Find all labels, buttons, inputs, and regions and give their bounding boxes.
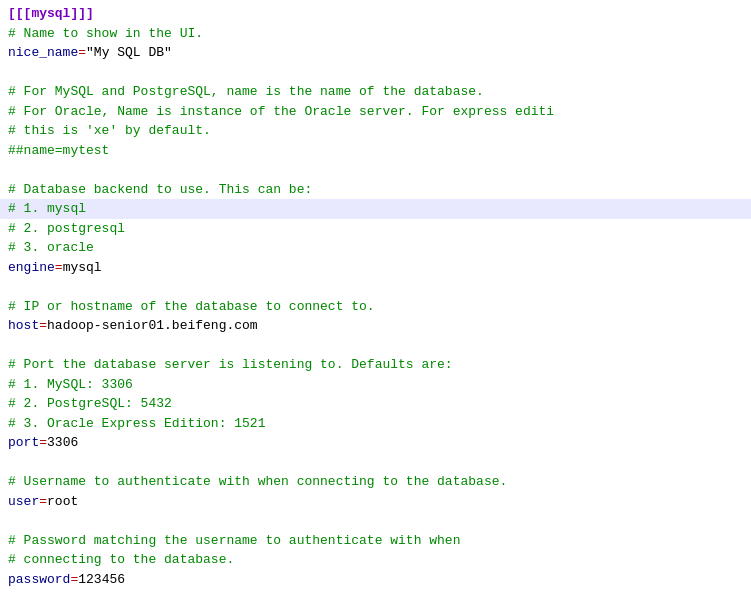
- config-key: user: [8, 492, 39, 512]
- comment-text: # 1. MySQL: 3306: [8, 375, 133, 395]
- section-header: [[[mysql]]]: [8, 4, 94, 24]
- comment-text: ##name=mytest: [8, 141, 109, 161]
- comment-text: # For Oracle, Name is instance of the Or…: [8, 102, 554, 122]
- comment-text: # this is 'xe' by default.: [8, 121, 211, 141]
- comment-text: # Username to authenticate with when con…: [8, 472, 507, 492]
- comment-text: # 1. mysql: [8, 199, 86, 219]
- code-line: # 1. mysql: [0, 199, 751, 219]
- config-value: 3306: [47, 433, 78, 453]
- code-line: # 1. MySQL: 3306: [0, 375, 751, 395]
- config-value: root: [47, 492, 78, 512]
- equals-sign: =: [55, 258, 63, 278]
- code-line: # 2. PostgreSQL: 5432: [0, 394, 751, 414]
- equals-sign: =: [39, 433, 47, 453]
- comment-text: # 2. PostgreSQL: 5432: [8, 394, 172, 414]
- code-line: # For MySQL and PostgreSQL, name is the …: [0, 82, 751, 102]
- code-line: # For Oracle, Name is instance of the Or…: [0, 102, 751, 122]
- comment-text: # 2. postgresql: [8, 219, 125, 239]
- comment-text: # 3. Oracle Express Edition: 1521: [8, 414, 265, 434]
- code-line: # Password matching the username to auth…: [0, 531, 751, 551]
- comment-text: # Name to show in the UI.: [8, 24, 203, 44]
- comment-text: # 3. oracle: [8, 238, 94, 258]
- equals-sign: =: [39, 492, 47, 512]
- code-line: [0, 336, 751, 356]
- config-key: nice_name: [8, 43, 78, 63]
- config-key: password: [8, 570, 70, 590]
- comment-text: # connecting to the database.: [8, 550, 234, 570]
- code-line: # Port the database server is listening …: [0, 355, 751, 375]
- code-line: [0, 277, 751, 297]
- code-line: # Username to authenticate with when con…: [0, 472, 751, 492]
- code-line: [0, 160, 751, 180]
- code-line: user=root: [0, 492, 751, 512]
- comment-text: # IP or hostname of the database to conn…: [8, 297, 375, 317]
- code-line: engine=mysql: [0, 258, 751, 278]
- code-line: [0, 63, 751, 83]
- config-value: "My SQL DB": [86, 43, 172, 63]
- config-key: port: [8, 433, 39, 453]
- config-key: engine: [8, 258, 55, 278]
- comment-text: # Password matching the username to auth…: [8, 531, 460, 551]
- code-line: # IP or hostname of the database to conn…: [0, 297, 751, 317]
- comment-text: # Port the database server is listening …: [8, 355, 453, 375]
- code-line: [[[mysql]]]: [0, 4, 751, 24]
- config-value: mysql: [63, 258, 102, 278]
- config-value: hadoop-senior01.beifeng.com: [47, 316, 258, 336]
- code-line: # 2. postgresql: [0, 219, 751, 239]
- code-line: # 3. Oracle Express Edition: 1521: [0, 414, 751, 434]
- code-line: # Database backend to use. This can be:: [0, 180, 751, 200]
- config-key: host: [8, 316, 39, 336]
- code-line: ##name=mytest: [0, 141, 751, 161]
- code-line: [0, 511, 751, 531]
- code-editor: [[[mysql]]]# Name to show in the UI.nice…: [0, 0, 751, 613]
- comment-text: # Database backend to use. This can be:: [8, 180, 312, 200]
- code-line: # 3. oracle: [0, 238, 751, 258]
- code-line: port=3306: [0, 433, 751, 453]
- code-line: [0, 453, 751, 473]
- code-line: # Name to show in the UI.: [0, 24, 751, 44]
- comment-text: # For MySQL and PostgreSQL, name is the …: [8, 82, 484, 102]
- code-line: nice_name="My SQL DB": [0, 43, 751, 63]
- equals-sign: =: [39, 316, 47, 336]
- equals-sign: =: [70, 570, 78, 590]
- equals-sign: =: [78, 43, 86, 63]
- code-line: # connecting to the database.: [0, 550, 751, 570]
- code-line: password=123456: [0, 570, 751, 590]
- code-line: host=hadoop-senior01.beifeng.com: [0, 316, 751, 336]
- config-value: 123456: [78, 570, 125, 590]
- code-line: # this is 'xe' by default.: [0, 121, 751, 141]
